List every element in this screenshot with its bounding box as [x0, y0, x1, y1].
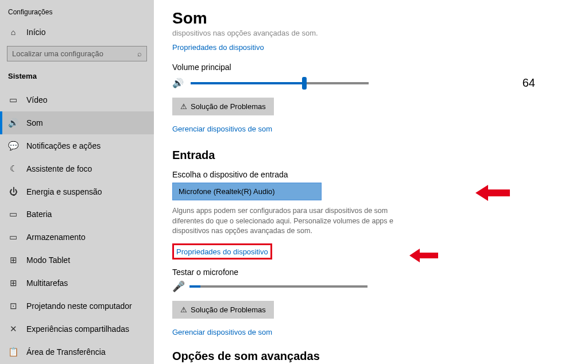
svg-marker-1: [409, 249, 438, 262]
multitask-icon: ⊞: [8, 278, 18, 288]
storage-icon: ▭: [8, 232, 18, 242]
svg-marker-0: [475, 185, 510, 201]
sidebar-item-label: Projetando neste computador: [26, 301, 132, 311]
volume-slider[interactable]: [191, 82, 369, 84]
sidebar-item-power[interactable]: ⏻ Energia e suspensão: [0, 180, 154, 203]
manage-devices-link-output[interactable]: Gerenciar dispositivos de som: [172, 125, 272, 133]
manage-devices-link-input[interactable]: Gerenciar dispositivos de som: [172, 328, 272, 336]
annotation-arrow-link: [409, 247, 438, 264]
input-description: Alguns apps podem ser configurados para …: [172, 206, 402, 237]
sidebar-item-label: Notificações e ações: [26, 141, 100, 150]
test-mic-row: 🎤: [172, 280, 570, 293]
input-device-dropdown[interactable]: Microfone (Realtek(R) Audio): [172, 183, 322, 200]
sidebar-item-focus[interactable]: ☾ Assistente de foco: [0, 157, 154, 180]
sidebar-item-battery[interactable]: ▭ Bateria: [0, 203, 154, 226]
input-heading: Entrada: [172, 149, 570, 162]
sidebar-item-video[interactable]: ▭ Vídeo: [0, 88, 154, 111]
speaker-icon: 🔊: [8, 118, 18, 128]
troubleshoot-input-button[interactable]: ⚠ Solução de Problemas: [172, 301, 274, 319]
project-icon: ⊡: [8, 301, 18, 311]
device-properties-link-input[interactable]: Propriedades do dispositivo: [176, 247, 268, 256]
tablet-icon: ⊞: [8, 255, 18, 265]
mic-level-bar: [189, 285, 368, 288]
display-icon: ▭: [8, 95, 18, 105]
troubleshoot-label: Solução de Problemas: [191, 102, 266, 111]
sidebar-item-label: Assistente de foco: [26, 164, 92, 173]
volume-row: 🔊 64: [172, 76, 570, 90]
sidebar-item-label: Energia e suspensão: [26, 187, 102, 196]
sidebar-item-label: Armazenamento: [26, 233, 86, 242]
search-input[interactable]: [12, 49, 137, 58]
home-icon: ⌂: [8, 28, 18, 37]
sidebar-item-label: Área de Transferência: [26, 347, 106, 357]
sidebar-item-label: Vídeo: [26, 95, 48, 104]
advanced-heading: Opções de som avançadas: [172, 350, 570, 363]
test-mic-label: Testar o microfone: [172, 268, 570, 277]
device-properties-link-output[interactable]: Propriedades do dispositivo: [172, 43, 264, 52]
battery-icon: ▭: [8, 209, 18, 219]
sidebar-item-sound[interactable]: 🔊 Som: [0, 111, 154, 134]
search-icon: ⌕: [137, 49, 142, 58]
slider-thumb[interactable]: [302, 77, 307, 90]
input-device-value: Microfone (Realtek(R) Audio): [179, 187, 275, 196]
choose-input-label: Escolha o dispositivo de entrada: [172, 170, 570, 179]
sidebar-item-shared[interactable]: ✕ Experiências compartilhadas: [0, 317, 154, 340]
sidebar-item-label: Experiências compartilhadas: [26, 324, 129, 334]
master-volume-label: Volume principal: [172, 63, 570, 72]
sidebar-item-label: Bateria: [26, 210, 52, 219]
troubleshoot-output-button[interactable]: ⚠ Solução de Problemas: [172, 98, 274, 115]
sidebar-item-projecting[interactable]: ⊡ Projetando neste computador: [0, 295, 154, 317]
home-label: Início: [26, 28, 45, 37]
main-content: Som dispositivos nas opções avançadas de…: [154, 0, 588, 364]
home-nav[interactable]: ⌂ Início: [0, 22, 154, 42]
sidebar-item-clipboard[interactable]: 📋 Área de Transferência: [0, 340, 154, 363]
page-title: Som: [172, 9, 570, 28]
power-icon: ⏻: [8, 187, 18, 196]
cut-text: dispositivos nas opções avançadas de som…: [172, 29, 570, 37]
troubleshoot-label: Solução de Problemas: [191, 305, 266, 314]
sidebar-item-storage[interactable]: ▭ Armazenamento: [0, 226, 154, 249]
volume-value: 64: [523, 76, 570, 90]
warning-icon: ⚠: [180, 305, 187, 314]
sidebar: Configurações ⌂ Início ⌕ Sistema ▭ Vídeo…: [0, 0, 154, 364]
sidebar-item-notifications[interactable]: 💬 Notificações e ações: [0, 134, 154, 157]
search-box[interactable]: ⌕: [7, 46, 147, 61]
mic-level-fill: [189, 285, 200, 288]
speaker-volume-icon: 🔊: [172, 78, 184, 88]
annotation-arrow-dropdown: [475, 183, 510, 203]
sidebar-item-tablet[interactable]: ⊞ Modo Tablet: [0, 249, 154, 272]
section-label: Sistema: [0, 69, 154, 88]
sidebar-item-label: Som: [26, 118, 43, 127]
moon-icon: ☾: [8, 164, 18, 174]
settings-title: Configurações: [0, 6, 154, 22]
slider-fill: [191, 82, 304, 84]
clipboard-icon: 📋: [8, 347, 18, 357]
annotation-box: Propriedades do dispositivo: [172, 243, 272, 260]
mic-icon: 🎤: [172, 280, 185, 293]
shared-icon: ✕: [8, 324, 18, 334]
sidebar-item-multitask[interactable]: ⊞ Multitarefas: [0, 272, 154, 295]
sidebar-item-label: Modo Tablet: [26, 255, 70, 265]
chat-icon: 💬: [8, 141, 18, 151]
warning-icon: ⚠: [180, 102, 187, 111]
sidebar-item-label: Multitarefas: [26, 278, 68, 288]
